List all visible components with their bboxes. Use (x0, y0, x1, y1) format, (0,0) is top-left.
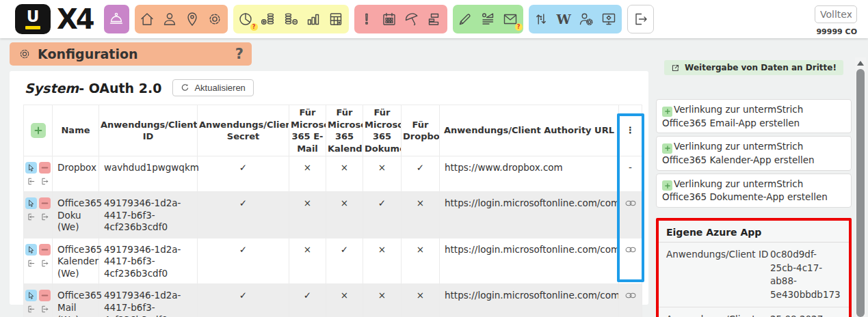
minus-icon (40, 199, 49, 208)
app-logo: U X4 (15, 3, 104, 35)
cloche-icon (108, 11, 124, 27)
col-ms-email: Für Microsoft 365 E-Mail (289, 105, 326, 156)
cursor-icon (27, 245, 36, 254)
refresh-button[interactable]: Aktualisieren (172, 79, 253, 96)
search-input[interactable] (815, 5, 857, 23)
delete-button[interactable] (39, 244, 51, 256)
door-out-icon (40, 212, 49, 221)
export-button[interactable] (39, 176, 51, 187)
import-button[interactable] (25, 176, 37, 187)
import-button[interactable] (25, 258, 37, 269)
logout-icon (632, 11, 648, 27)
reports-button[interactable] (302, 6, 325, 32)
protocol-button[interactable] (477, 6, 499, 32)
logo-u-letter: U (27, 9, 40, 25)
chain-link-icon (624, 246, 637, 253)
col-ms-documents: Für Microsoft 365 Dokumente (363, 105, 402, 156)
cell-client-id: 49179346-1d2a-4417-b6f3-4cf236b3cdf0 (99, 284, 198, 317)
export-button[interactable] (39, 211, 51, 223)
word-button[interactable]: W (553, 6, 575, 32)
tasks-button[interactable] (356, 6, 378, 32)
data-sharing-notice-button[interactable]: Weitergabe von Daten an Dritte! (664, 60, 843, 75)
planning-button[interactable] (423, 6, 446, 32)
income-button[interactable] (257, 6, 280, 32)
user-admin-button[interactable] (575, 6, 598, 32)
coins-minus-icon (282, 11, 299, 27)
select-button[interactable] (25, 162, 37, 174)
contacts-button[interactable] (159, 6, 181, 32)
import-button[interactable] (25, 303, 37, 315)
cell-client-id: 49179346-1d2a-4417-b6f3-4cf236b3cdf0 (99, 238, 198, 284)
vertical-scrollbar[interactable] (855, 57, 866, 317)
cell-link[interactable] (619, 284, 642, 317)
azure-client-id-value: 0c80d9df-25cb-4c17-ab88-5e430bbdb173 (770, 248, 841, 301)
delete-button[interactable] (39, 290, 51, 301)
select-button[interactable] (25, 290, 37, 301)
chain-link-icon (624, 292, 637, 299)
azure-app-title: Eigene Azure App (659, 223, 849, 243)
azure-secret-label: Anwendungs/Client Secret Gültigkeit (666, 313, 770, 317)
create-email-app-button[interactable]: Verlinkung zur untermStrich Office365 Em… (656, 99, 852, 133)
cell-calendar-flag: × (326, 156, 363, 192)
edit-button-toolbar[interactable] (454, 6, 477, 32)
cursor-icon (27, 199, 36, 208)
door-out-icon (40, 305, 49, 314)
table-row: Office365 Doku (We) 49179346-1d2a-4417-b… (24, 192, 642, 238)
cell-documents-flag: × (363, 238, 402, 284)
sort-icon (533, 11, 549, 27)
scroll-up-arrow-icon[interactable] (857, 61, 864, 66)
absence-button[interactable] (401, 6, 423, 32)
locations-button[interactable] (181, 6, 204, 32)
monitor-icon (601, 11, 617, 27)
oauth-panel: System - OAuth 2.0 Aktualisieren Name An… (10, 71, 648, 305)
cell-name: Dropbox (53, 156, 99, 192)
delete-button[interactable] (39, 197, 51, 209)
sort-transfer-button[interactable] (530, 6, 553, 32)
col-ms-calendar: Für Microsoft 365 Kalender (326, 105, 363, 156)
settings-button[interactable] (204, 6, 226, 32)
add-row-button[interactable] (31, 123, 46, 138)
select-button[interactable] (25, 197, 37, 209)
cell-documents-flag: ✓ (363, 192, 402, 238)
calculation-button[interactable] (325, 6, 347, 32)
export-button[interactable] (39, 258, 51, 269)
toolbar-group-services (104, 5, 129, 33)
table-row: Office365 Kalender (We) 49179346-1d2a-44… (24, 238, 642, 284)
select-button[interactable] (25, 244, 37, 256)
statistics-button[interactable]: ? (235, 6, 257, 32)
cell-documents-flag: × (363, 284, 402, 317)
create-calendar-app-button[interactable]: Verlinkung zur untermStrich Office365 Ka… (656, 136, 852, 170)
cell-link[interactable] (619, 238, 642, 284)
logout-button[interactable] (629, 6, 652, 32)
door-in-icon (27, 305, 36, 314)
cell-link[interactable] (619, 192, 642, 238)
home-icon (139, 11, 155, 27)
home-button[interactable] (136, 6, 159, 32)
cell-calendar-flag: ✓ (326, 238, 363, 284)
question-badge: ? (515, 23, 523, 31)
sidebar: Weitergabe von Daten an Dritte! Verlinku… (656, 60, 852, 317)
user-icon (161, 11, 178, 27)
system-monitor-button[interactable] (598, 6, 620, 32)
chain-link-icon (624, 199, 637, 207)
mail-button[interactable]: ? (499, 6, 522, 32)
create-documents-app-button[interactable]: Verlinkung zur untermStrich Office365 Do… (656, 174, 852, 208)
toolbar-group-documents: ? (453, 5, 523, 33)
calculator-icon (328, 11, 344, 27)
oauth-table: Name Anwendungs/Client ID Anwendungs/Cli… (23, 105, 642, 317)
azure-client-id-row: Anwendungs/Client ID 0c80d9df-25cb-4c17-… (659, 243, 849, 307)
azure-secret-value: 25.08.2027 11:02 (770, 313, 841, 317)
import-button[interactable] (25, 211, 37, 223)
calendar-button[interactable] (378, 6, 401, 32)
scrollbar-thumb[interactable] (856, 69, 865, 317)
cursor-icon (27, 163, 36, 172)
cell-authority-url: https://login.microsoftonline.com/common (440, 284, 619, 317)
table-header-row: Name Anwendungs/Client ID Anwendungs/Cli… (24, 105, 642, 156)
export-button[interactable] (39, 303, 51, 315)
delete-button[interactable] (39, 162, 51, 174)
column-menu-button[interactable]: ⋮ (619, 105, 642, 156)
services-button[interactable] (105, 6, 128, 32)
stacked-bars-icon (426, 11, 443, 27)
help-button[interactable]: ? (235, 46, 244, 62)
expenses-button[interactable] (280, 6, 302, 32)
